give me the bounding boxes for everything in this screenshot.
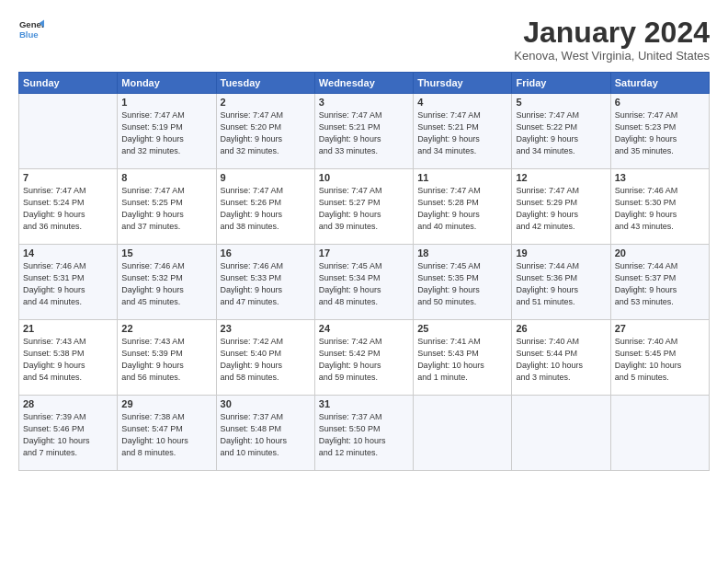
day-info: Sunrise: 7:41 AM Sunset: 5:43 PM Dayligh… — [417, 336, 507, 384]
calendar-cell: 8Sunrise: 7:47 AM Sunset: 5:25 PM Daylig… — [118, 169, 216, 245]
calendar-cell: 27Sunrise: 7:40 AM Sunset: 5:45 PM Dayli… — [610, 320, 709, 396]
calendar-cell: 25Sunrise: 7:41 AM Sunset: 5:43 PM Dayli… — [414, 320, 512, 396]
day-number: 27 — [615, 323, 705, 334]
day-info: Sunrise: 7:47 AM Sunset: 5:24 PM Dayligh… — [23, 185, 113, 233]
day-info: Sunrise: 7:47 AM Sunset: 5:26 PM Dayligh… — [221, 185, 311, 233]
day-number: 12 — [516, 172, 606, 183]
day-number: 29 — [121, 398, 211, 409]
page-container: General Blue January 2024 Kenova, West V… — [0, 0, 728, 480]
day-info: Sunrise: 7:37 AM Sunset: 5:50 PM Dayligh… — [319, 411, 409, 459]
day-number: 16 — [221, 247, 311, 259]
day-number: 4 — [417, 97, 507, 108]
svg-text:Blue: Blue — [19, 29, 39, 40]
day-number: 22 — [121, 323, 211, 334]
week-row-5: 28Sunrise: 7:39 AM Sunset: 5:46 PM Dayli… — [19, 396, 710, 471]
day-info: Sunrise: 7:43 AM Sunset: 5:38 PM Dayligh… — [23, 336, 113, 384]
day-number: 18 — [417, 247, 507, 259]
calendar-cell: 28Sunrise: 7:39 AM Sunset: 5:46 PM Dayli… — [19, 396, 118, 471]
day-number: 7 — [23, 172, 113, 183]
header-row: SundayMondayTuesdayWednesdayThursdayFrid… — [19, 73, 710, 94]
day-number: 2 — [221, 97, 311, 108]
day-number: 9 — [221, 172, 311, 183]
header-cell-sunday: Sunday — [19, 73, 118, 94]
calendar-cell: 19Sunrise: 7:44 AM Sunset: 5:36 PM Dayli… — [512, 245, 610, 320]
header-cell-tuesday: Tuesday — [216, 73, 314, 94]
calendar-cell: 29Sunrise: 7:38 AM Sunset: 5:47 PM Dayli… — [118, 396, 216, 471]
day-info: Sunrise: 7:37 AM Sunset: 5:48 PM Dayligh… — [221, 411, 311, 459]
day-number: 15 — [121, 247, 211, 259]
calendar-cell: 7Sunrise: 7:47 AM Sunset: 5:24 PM Daylig… — [19, 169, 118, 245]
title-block: January 2024 Kenova, West Virginia, Unit… — [514, 17, 710, 63]
day-number: 13 — [615, 172, 705, 183]
day-number: 6 — [615, 97, 705, 108]
calendar-cell: 4Sunrise: 7:47 AM Sunset: 5:21 PM Daylig… — [414, 94, 512, 169]
calendar-cell: 6Sunrise: 7:47 AM Sunset: 5:23 PM Daylig… — [610, 94, 709, 169]
calendar-cell: 9Sunrise: 7:47 AM Sunset: 5:26 PM Daylig… — [216, 169, 314, 245]
header-cell-monday: Monday — [118, 73, 216, 94]
calendar-cell: 3Sunrise: 7:47 AM Sunset: 5:21 PM Daylig… — [314, 94, 413, 169]
calendar-table: SundayMondayTuesdayWednesdayThursdayFrid… — [18, 72, 710, 471]
day-info: Sunrise: 7:47 AM Sunset: 5:21 PM Dayligh… — [417, 109, 507, 157]
calendar-cell: 12Sunrise: 7:47 AM Sunset: 5:29 PM Dayli… — [512, 169, 610, 245]
day-number: 5 — [516, 97, 606, 108]
day-info: Sunrise: 7:45 AM Sunset: 5:34 PM Dayligh… — [319, 260, 409, 308]
header: General Blue January 2024 Kenova, West V… — [18, 17, 710, 63]
day-info: Sunrise: 7:40 AM Sunset: 5:44 PM Dayligh… — [516, 336, 606, 384]
day-info: Sunrise: 7:47 AM Sunset: 5:28 PM Dayligh… — [417, 185, 507, 233]
svg-text:General: General — [19, 19, 44, 29]
day-info: Sunrise: 7:47 AM Sunset: 5:20 PM Dayligh… — [221, 109, 311, 157]
day-number: 30 — [221, 398, 311, 409]
calendar-cell: 15Sunrise: 7:46 AM Sunset: 5:32 PM Dayli… — [118, 245, 216, 320]
day-number: 28 — [23, 398, 113, 409]
calendar-body: 1Sunrise: 7:47 AM Sunset: 5:19 PM Daylig… — [19, 94, 710, 471]
calendar-cell: 17Sunrise: 7:45 AM Sunset: 5:34 PM Dayli… — [314, 245, 413, 320]
day-number: 11 — [417, 172, 507, 183]
day-info: Sunrise: 7:43 AM Sunset: 5:39 PM Dayligh… — [121, 336, 211, 384]
calendar-cell — [414, 396, 512, 471]
day-number: 1 — [121, 97, 211, 108]
month-title: January 2024 — [514, 17, 710, 49]
calendar-cell — [19, 94, 118, 169]
day-info: Sunrise: 7:46 AM Sunset: 5:33 PM Dayligh… — [221, 260, 311, 308]
day-number: 25 — [417, 323, 507, 334]
day-info: Sunrise: 7:47 AM Sunset: 5:19 PM Dayligh… — [121, 109, 211, 157]
header-cell-thursday: Thursday — [414, 73, 512, 94]
day-info: Sunrise: 7:47 AM Sunset: 5:25 PM Dayligh… — [121, 185, 211, 233]
calendar-cell: 2Sunrise: 7:47 AM Sunset: 5:20 PM Daylig… — [216, 94, 314, 169]
day-info: Sunrise: 7:44 AM Sunset: 5:37 PM Dayligh… — [615, 260, 705, 308]
day-number: 31 — [319, 398, 409, 409]
day-info: Sunrise: 7:44 AM Sunset: 5:36 PM Dayligh… — [516, 260, 606, 308]
calendar-cell: 13Sunrise: 7:46 AM Sunset: 5:30 PM Dayli… — [610, 169, 709, 245]
day-info: Sunrise: 7:38 AM Sunset: 5:47 PM Dayligh… — [121, 411, 211, 459]
calendar-cell: 21Sunrise: 7:43 AM Sunset: 5:38 PM Dayli… — [19, 320, 118, 396]
calendar-cell: 16Sunrise: 7:46 AM Sunset: 5:33 PM Dayli… — [216, 245, 314, 320]
day-info: Sunrise: 7:47 AM Sunset: 5:29 PM Dayligh… — [516, 185, 606, 233]
day-number: 21 — [23, 323, 113, 334]
day-info: Sunrise: 7:42 AM Sunset: 5:40 PM Dayligh… — [221, 336, 311, 384]
day-number: 8 — [121, 172, 211, 183]
calendar-cell: 23Sunrise: 7:42 AM Sunset: 5:40 PM Dayli… — [216, 320, 314, 396]
week-row-1: 1Sunrise: 7:47 AM Sunset: 5:19 PM Daylig… — [19, 94, 710, 169]
calendar-cell: 10Sunrise: 7:47 AM Sunset: 5:27 PM Dayli… — [314, 169, 413, 245]
day-info: Sunrise: 7:40 AM Sunset: 5:45 PM Dayligh… — [615, 336, 705, 384]
day-info: Sunrise: 7:46 AM Sunset: 5:31 PM Dayligh… — [23, 260, 113, 308]
week-row-2: 7Sunrise: 7:47 AM Sunset: 5:24 PM Daylig… — [19, 169, 710, 245]
day-info: Sunrise: 7:47 AM Sunset: 5:21 PM Dayligh… — [319, 109, 409, 157]
day-number: 10 — [319, 172, 409, 183]
day-number: 20 — [615, 247, 705, 259]
calendar-cell: 14Sunrise: 7:46 AM Sunset: 5:31 PM Dayli… — [19, 245, 118, 320]
day-number: 26 — [516, 323, 606, 334]
day-info: Sunrise: 7:46 AM Sunset: 5:32 PM Dayligh… — [121, 260, 211, 308]
week-row-4: 21Sunrise: 7:43 AM Sunset: 5:38 PM Dayli… — [19, 320, 710, 396]
day-info: Sunrise: 7:39 AM Sunset: 5:46 PM Dayligh… — [23, 411, 113, 459]
day-info: Sunrise: 7:46 AM Sunset: 5:30 PM Dayligh… — [615, 185, 705, 233]
day-info: Sunrise: 7:47 AM Sunset: 5:22 PM Dayligh… — [516, 109, 606, 157]
calendar-cell: 20Sunrise: 7:44 AM Sunset: 5:37 PM Dayli… — [610, 245, 709, 320]
location: Kenova, West Virginia, United States — [514, 49, 710, 63]
calendar-cell: 26Sunrise: 7:40 AM Sunset: 5:44 PM Dayli… — [512, 320, 610, 396]
day-number: 23 — [221, 323, 311, 334]
week-row-3: 14Sunrise: 7:46 AM Sunset: 5:31 PM Dayli… — [19, 245, 710, 320]
calendar-cell: 18Sunrise: 7:45 AM Sunset: 5:35 PM Dayli… — [414, 245, 512, 320]
day-info: Sunrise: 7:47 AM Sunset: 5:23 PM Dayligh… — [615, 109, 705, 157]
logo: General Blue — [18, 17, 44, 42]
